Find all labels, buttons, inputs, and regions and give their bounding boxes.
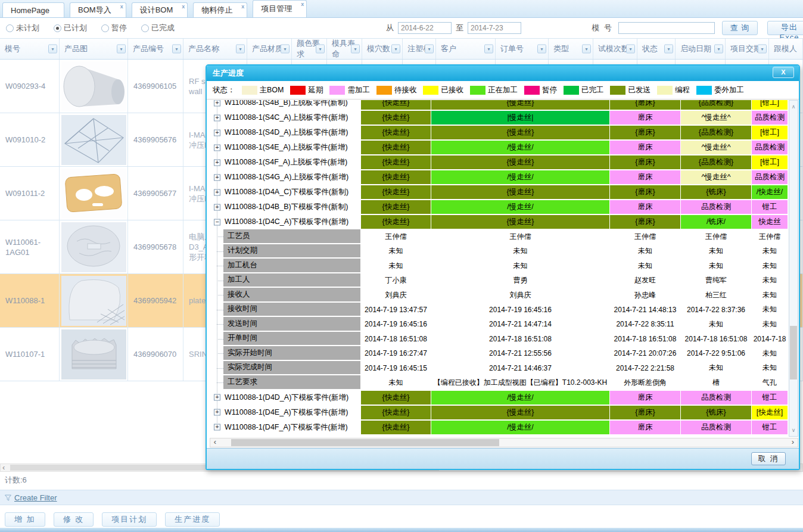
tab-物料停止[interactable]: 物料停止x [193,2,247,17]
expand-button[interactable]: + [214,114,220,121]
part-row[interactable]: +W110088-1(S4C_A)上脱板零件(新增){快走丝}|慢走丝|磨床^慢… [210,110,788,125]
column-filter-dropdown[interactable]: ▾ [316,45,325,54]
part-row[interactable]: +W110088-1(S4B_B)上脱板零件(新制){快走丝}{慢走丝}{磨床}… [210,100,788,110]
expand-button[interactable]: + [214,189,220,195]
column-filter-dropdown[interactable]: ▾ [664,45,673,54]
column-header-模具寿命[interactable]: 模具寿命▾ [327,39,362,59]
detail-value: 孙忠峰 [610,288,680,303]
column-filter-dropdown[interactable]: ▾ [626,45,635,54]
column-header-订单号[interactable]: 订单号▾ [496,39,549,59]
column-filter-dropdown[interactable]: ▾ [714,45,723,54]
column-header-产品图[interactable]: 产品图▾ [60,39,128,59]
part-row[interactable]: +W110088-1(D4F_A)下模板零件(新增){快走丝}/慢走丝/磨床品质… [210,420,788,435]
column-header-模穴数[interactable]: 模穴数▾ [362,39,403,59]
export-excel-button[interactable]: 导出Exce [767,21,803,35]
part-row[interactable]: +W110088-1(S4F_A)上脱板零件(新增){快走丝}{慢走丝}{磨床}… [210,155,788,170]
date-to-input[interactable] [468,22,521,34]
process-cell: /铣床/ [681,215,751,229]
column-header-试模次数[interactable]: 试模次数▾ [593,39,637,59]
tab-HomePage[interactable]: HomePage [2,2,64,17]
tab-项目管理[interactable]: 项目管理x [253,0,307,17]
column-filter-dropdown[interactable]: ▾ [117,45,126,54]
column-filter-dropdown[interactable]: ▾ [351,45,360,54]
process-cell: {快走丝} [361,155,431,169]
column-header-启动日期[interactable]: 启动日期▾ [676,39,726,59]
column-filter-dropdown[interactable]: ▾ [391,45,400,54]
column-header-产品材质[interactable]: 产品材质▾ [247,39,292,59]
part-row[interactable]: +W110088-1(S4G_A)上脱板零件(新增){快走丝}/慢走丝/磨床^慢… [210,170,788,185]
scroll-left-icon[interactable]: ‹ [210,438,220,447]
legend-item-延期: 延期 [284,85,323,95]
tab-close-icon[interactable]: x [301,2,304,7]
action-button-修改[interactable]: 修 改 [54,512,94,527]
cancel-button[interactable]: 取 消 [751,452,786,465]
expand-button[interactable]: + [214,129,220,136]
part-row[interactable]: +W110088-1(D4A_C)下模板零件(新制){快走丝}{慢走丝}{磨床}… [210,185,788,200]
column-filter-dropdown[interactable]: ▾ [48,45,57,54]
column-filter-dropdown[interactable]: ▾ [758,45,767,54]
grid-vscroll-thumb[interactable] [790,326,797,379]
radio-未计划[interactable]: 未计划 [6,23,39,33]
column-filter-dropdown[interactable]: ▾ [537,45,546,54]
column-filter-dropdown[interactable]: ▾ [281,45,290,54]
create-filter-link[interactable]: Create Filter [14,493,57,502]
scroll-up-icon[interactable]: ∧ [789,102,798,111]
part-tree-cell: +W110088-1(S4D_A)上脱板零件(新增) [210,125,360,140]
column-header-类型[interactable]: 类型▾ [549,39,593,59]
action-button-增加[interactable]: 增 加 [5,512,45,527]
detail-row: 发送时间2014-7-19 16:45:162014-7-21 14:47:14… [210,317,788,332]
scroll-down-icon[interactable]: ∨ [789,425,798,435]
tab-设计BOM[interactable]: 设计BOMx [132,2,188,17]
column-filter-dropdown[interactable]: ▾ [172,45,181,54]
column-header-跟模人[interactable]: 跟模人 [769,39,803,59]
grid-hscrollbar[interactable]: ‹ › [210,438,798,447]
column-header-模号[interactable]: 模号▾ [0,39,60,59]
column-filter-dropdown[interactable]: ▾ [236,45,245,54]
scroll-left-icon[interactable]: ‹ [2,463,5,472]
close-button[interactable]: X [773,67,794,78]
grid-vscrollbar[interactable]: ∧ ∨ [789,100,798,437]
expand-button[interactable]: + [214,144,220,151]
column-header-产品名称[interactable]: 产品名称▾ [183,39,247,59]
column-filter-dropdown[interactable]: ▾ [484,45,493,54]
part-label: W110088-1(S4F_A)上脱板零件(新增) [225,157,347,167]
column-header-产品编号[interactable]: 产品编号▾ [128,39,183,59]
part-row[interactable]: +W110088-1(D4B_B)下模板零件(新制){快走丝}/慢走丝/磨床品质… [210,200,788,214]
expand-button[interactable]: + [214,394,220,401]
part-row[interactable]: +W110088-1(S4D_A)上脱板零件(新增){快走丝}{慢走丝}{磨床}… [210,125,788,140]
collapse-button[interactable]: − [214,219,220,225]
query-button[interactable]: 查 询 [722,21,758,35]
column-header-客户[interactable]: 客户▾ [436,39,496,59]
radio-已完成[interactable]: 已完成 [141,23,175,33]
tab-close-icon[interactable]: x [120,4,123,10]
dialog-titlebar[interactable]: 生产进度 X [207,66,799,81]
grid-hscroll-thumb[interactable] [231,439,499,446]
detail-value: 未知 [752,288,788,303]
radio-已计划[interactable]: 已计划 [54,23,87,33]
date-from-input[interactable] [398,22,452,34]
expand-button[interactable]: + [214,159,220,166]
part-row[interactable]: −W110088-1(D4C_A)下模板零件(新增){快走丝}{慢走丝}{磨床}… [210,214,788,229]
action-button-项目计划[interactable]: 项目计划 [102,512,157,527]
action-button-生产进度[interactable]: 生产进度 [165,512,220,527]
tab-close-icon[interactable]: x [241,4,244,10]
column-header-颜色要求[interactable]: 颜色要求▾ [292,39,327,59]
column-filter-dropdown[interactable]: ▾ [582,45,591,54]
expand-button[interactable]: + [214,204,220,210]
tab-BOM导入[interactable]: BOM导入x [70,2,126,17]
expand-button[interactable]: + [214,100,220,106]
radio-暂停[interactable]: 暂停 [101,23,127,33]
column-filter-dropdown[interactable]: ▾ [425,45,434,54]
column-header-项目交期[interactable]: 项目交期▾ [726,39,769,59]
expand-button[interactable]: + [214,409,220,416]
part-row[interactable]: +W110088-1(S4E_A)上脱板零件(新增){快走丝}/慢走丝/磨床^慢… [210,140,788,155]
mold-no-input[interactable] [618,22,715,34]
expand-button[interactable]: + [214,424,220,431]
expand-button[interactable]: + [214,174,220,181]
tab-close-icon[interactable]: x [182,4,185,10]
column-header-状态[interactable]: 状态▾ [637,39,676,59]
column-header-注塑机[interactable]: 注塑机▾ [403,39,436,59]
part-row[interactable]: +W110088-1(D4E_A)下模板零件(新增){快走丝}{慢走丝}{磨床}… [210,405,788,420]
scroll-right-icon[interactable]: › [788,438,798,447]
part-row[interactable]: +W110088-1(D4D_A)下模板零件(新增){快走丝}/慢走丝/磨床品质… [210,390,788,405]
